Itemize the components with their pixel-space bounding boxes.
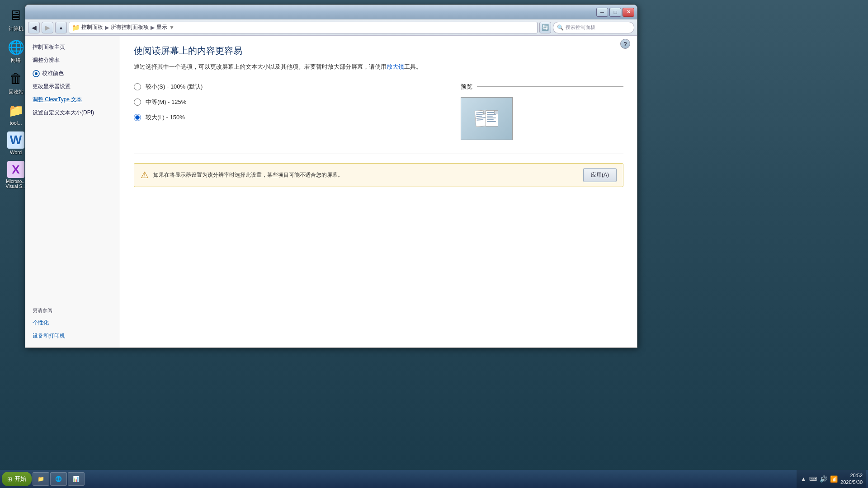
present-icon: 📊 (73, 476, 80, 482)
network-tray-icon[interactable]: 📶 (830, 475, 838, 483)
taskbar-item-present[interactable]: 📊 (68, 472, 85, 486)
radio-medium[interactable] (134, 99, 141, 106)
radio-small[interactable] (134, 83, 141, 90)
tray-expand-icon[interactable]: ▲ (800, 475, 807, 483)
sidebar-item-custom-size[interactable]: 设置自定义文本大小(DPI) (25, 107, 120, 119)
back-button[interactable]: ◀ (28, 22, 40, 33)
start-button[interactable]: ⊞ 开始 (2, 472, 32, 486)
clock-date: 2020/5/30 (840, 479, 863, 486)
also-see-title: 另请参阅 (25, 301, 120, 316)
breadcrumb-all-items[interactable]: 所有控制面板项 (111, 23, 149, 31)
search-icon: 🔍 (557, 24, 564, 31)
sidebar-item-calibrate-label: 校准颜色 (42, 70, 64, 77)
radio-option-large[interactable]: 较大(L) - 150% (134, 113, 443, 122)
breadcrumb-sep-2: ▶ (151, 24, 155, 31)
radio-option-small[interactable]: 较小(S) - 100% (默认) (134, 83, 443, 91)
explorer-icon: 📁 (38, 476, 44, 482)
window-body: 控制面板主页 调整分辨率 校准颜色 更改显示器设置 调整 ClearType 文… (25, 36, 637, 347)
sidebar-item-resolution[interactable]: 调整分辨率 (25, 54, 120, 66)
desktop-icon-recycle-label: 回收站 (9, 89, 24, 95)
radio-large-label: 较大(L) - 150% (146, 113, 185, 122)
radio-medium-label: 中等(M) - 125% (146, 98, 186, 106)
separator (134, 154, 623, 154)
sidebar-link-devices[interactable]: 设备和打印机 (25, 330, 120, 342)
forward-button[interactable]: ▶ (42, 22, 53, 33)
radio-option-medium[interactable]: 中等(M) - 125% (134, 98, 443, 106)
desktop-icon-word-label: Word (10, 150, 22, 155)
preview-section: 预览 (461, 83, 623, 140)
address-bar: ◀ ▶ ▲ 📁 控制面板 ▶ 所有控制面板项 ▶ 显示 ▼ 🔄 🔍 搜索控制面板 (25, 19, 637, 36)
taskbar: ⊞ 开始 📁 🌐 📊 ▲ ⌨ 🔊 📶 20:52 2020/5/30 (0, 470, 868, 488)
page-title: 使阅读屏幕上的内容更容易 (134, 45, 623, 57)
address-path[interactable]: 📁 控制面板 ▶ 所有控制面板项 ▶ 显示 ▼ (69, 22, 538, 33)
description-after-link: 工具。 (404, 63, 422, 70)
magnifier-link[interactable]: 放大镜 (387, 63, 404, 70)
sidebar-item-calibrate[interactable]: 校准颜色 (25, 67, 120, 80)
close-button[interactable]: ✕ (623, 8, 634, 17)
options-container: 较小(S) - 100% (默认) 中等(M) - 125% 较大(L) - 1… (134, 83, 623, 140)
sidebar: 控制面板主页 调整分辨率 校准颜色 更改显示器设置 调整 ClearType 文… (25, 36, 120, 347)
keyboard-icon: ⌨ (809, 476, 817, 482)
radio-large[interactable] (134, 114, 141, 121)
main-content: ? 使阅读屏幕上的内容更容易 通过选择其中一个选项，可以更改屏幕上的文本大小以及… (120, 36, 637, 347)
warning-icon: ⚠ (141, 169, 149, 180)
refresh-button[interactable]: 🔄 (539, 22, 551, 33)
desktop-icon-vs-label: Microso...Visual S... (6, 179, 26, 189)
minimize-button[interactable]: ─ (596, 8, 608, 17)
page-description: 通过选择其中一个选项，可以更改屏幕上的文本大小以及其他项。若要暂时放大部分屏幕，… (134, 62, 623, 72)
control-panel-window: ─ □ ✕ ◀ ▶ ▲ 📁 控制面板 ▶ 所有控制面板项 ▶ 显示 ▼ 🔄 🔍 (25, 5, 637, 348)
radio-options: 较小(S) - 100% (默认) 中等(M) - 125% 较大(L) - 1… (134, 83, 443, 122)
desktop-icon-computer-label: 计算机 (9, 25, 24, 32)
calibrate-icon (33, 70, 40, 77)
clock[interactable]: 20:52 2020/5/30 (840, 472, 863, 486)
sidebar-item-home[interactable]: 控制面板主页 (25, 41, 120, 53)
clock-time: 20:52 (840, 472, 863, 479)
search-placeholder: 搜索控制面板 (566, 24, 595, 31)
windows-icon: ⊞ (7, 476, 12, 483)
doc-icon (475, 110, 498, 127)
sidebar-link-personalize[interactable]: 个性化 (25, 317, 120, 329)
title-bar: ─ □ ✕ (25, 5, 637, 19)
desktop-icon-tools-label: tool... (10, 120, 22, 126)
apply-button[interactable]: 应用(A) (583, 168, 617, 182)
search-box[interactable]: 🔍 搜索控制面板 (553, 22, 634, 33)
taskbar-tray: ▲ ⌨ 🔊 📶 20:52 2020/5/30 (797, 470, 866, 488)
up-button[interactable]: ▲ (55, 22, 67, 33)
browser-icon: 🌐 (55, 476, 62, 482)
description-before-link: 通过选择其中一个选项，可以更改屏幕上的文本大小以及其他项。若要暂时放大部分屏幕，… (134, 63, 387, 70)
help-button[interactable]: ? (620, 39, 630, 49)
start-label: 开始 (14, 475, 26, 483)
taskbar-item-explorer[interactable]: 📁 (33, 472, 49, 486)
warning-text: 如果在将显示器设置为该分辨率时选择此设置，某些项目可能不适合您的屏幕。 (153, 171, 579, 179)
maximize-button[interactable]: □ (609, 8, 621, 17)
radio-small-label: 较小(S) - 100% (默认) (146, 83, 203, 91)
desktop: 🖥 计算机 🌐 网络 🗑 回收站 📁 tool... W Word X Micr… (0, 0, 868, 488)
sidebar-item-display-settings[interactable]: 更改显示器设置 (25, 80, 120, 93)
sidebar-item-cleartype[interactable]: 调整 ClearType 文本 (25, 94, 120, 106)
breadcrumb-control-panel[interactable]: 控制面板 (81, 23, 103, 31)
breadcrumb-display[interactable]: 显示 (156, 23, 167, 31)
title-bar-buttons: ─ □ ✕ (596, 8, 634, 17)
preview-label: 预览 (461, 83, 472, 91)
preview-image (461, 97, 513, 140)
warning-section: ⚠ 如果在将显示器设置为该分辨率时选择此设置，某些项目可能不适合您的屏幕。 应用… (134, 163, 623, 187)
breadcrumb-sep-1: ▶ (105, 24, 109, 31)
svg-point-1 (35, 72, 38, 75)
volume-icon[interactable]: 🔊 (820, 475, 827, 483)
desktop-icon-network-label: 网络 (11, 57, 21, 64)
taskbar-item-browser[interactable]: 🌐 (50, 472, 67, 486)
